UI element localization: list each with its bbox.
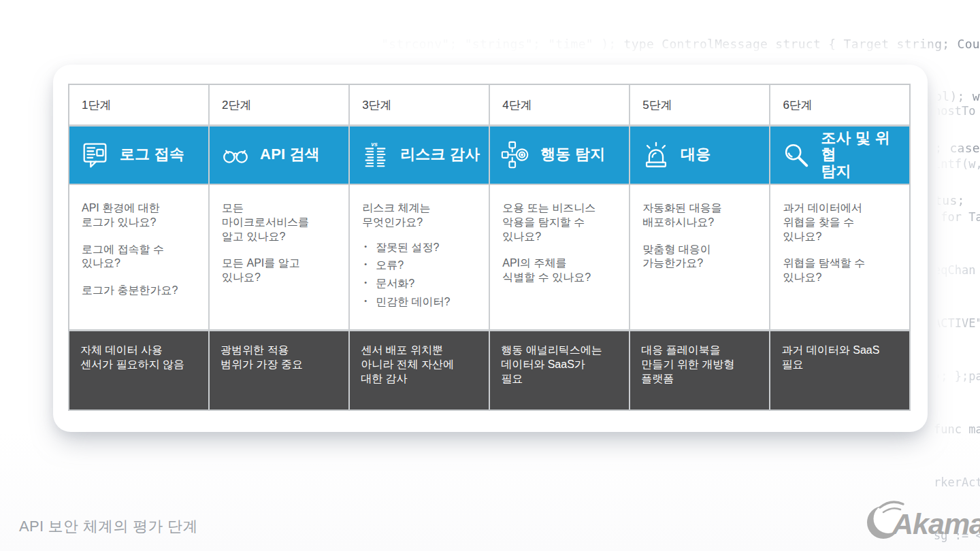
stage-label-3: 3단계 [350,85,489,124]
band-response: 대응 [630,127,769,184]
code-line: "strconv"; "strings"; "time" ); type Con… [0,35,980,53]
question: 위협을 탐색할 수 있나요? [783,256,901,285]
question: 자동화된 대응을 배포하시나요? [642,201,761,230]
band-investigation: 조사 및 위협 탐지 [770,127,909,184]
question: API 환경에 대한 로그가 있나요? [82,201,200,230]
body-response: 자동화된 대응을 배포하시나요? 맞춤형 대응이 가능한가요? [630,185,769,329]
band-risk-audit: vs 리스크 감사 [350,127,489,184]
question: 맞춤형 대응이 가능한가요? [642,243,761,271]
body-risk-audit: 리스크 체계는 무엇인가요? 잘못된 설정? 오류? 문서화? 민감한 데이터? [350,185,489,329]
band-behavior-detection: 행동 탐지 [490,127,629,184]
band-title: 조사 및 위협 탐지 [821,130,902,180]
bullet-item: 민감한 데이터? [362,295,480,310]
band-title: 대응 [681,146,710,163]
band-title: API 검색 [260,146,320,163]
bullet-item: 잘못된 설정? [362,241,480,255]
siren-icon [640,139,672,171]
question: 리스크 체계는 무엇인가요? [362,201,480,230]
magnifier-icon [781,139,812,171]
question: 과거 데이터에서 위협을 찾을 수 있나요? [783,201,901,244]
page-title: API 보안 체계의 평가 단계 [19,516,198,537]
body-log-access: API 환경에 대한 로그가 있나요? 로그에 접속할 수 있나요? 로그가 충… [69,185,208,329]
svg-text:vs: vs [371,140,378,147]
bullet-item: 오류? [362,258,480,273]
question: 오용 또는 비즈니스 악용을 탐지할 수 있나요? [502,201,621,244]
akamai-logo-mark: Akamai [865,496,980,545]
note-log-access: 자체 데이터 사용 센서가 필요하지 않음 [69,331,208,410]
background-code-right: hostTo intf(w, for Ta eqChan ACTIVE" ); … [934,67,980,551]
akamai-logo: Akamai [865,496,980,548]
note-response: 대응 플레이북을 만들기 위한 개방형 플랫폼 [630,331,769,410]
bullet-item: 문서화? [362,277,480,291]
infographic-canvas: "strconv"; "strings"; "time" ); type Con… [0,0,980,551]
behavior-network-icon [500,139,532,171]
band-title: 로그 접속 [120,146,184,163]
band-title: 행동 탐지 [540,146,605,163]
question: 로그에 접속할 수 있나요? [82,243,200,271]
question: 모든 API를 알고 있나요? [222,256,340,285]
stage-label-6: 6단계 [770,85,909,124]
band-log-access: 로그 접속 [69,127,208,184]
stage-label-2: 2단계 [210,85,348,124]
body-api-discovery: 모든 마이크로서비스를 알고 있나요? 모든 API를 알고 있나요? [210,185,348,329]
body-behavior-detection: 오용 또는 비즈니스 악용을 탐지할 수 있나요? API의 주체를 식별할 수… [490,185,629,329]
note-behavior-detection: 행동 애널리틱스에는 데이터와 SaaS가 필요 [490,331,629,410]
band-title: 리스크 감사 [400,146,480,163]
stage-matrix-table: 1단계 2단계 3단계 4단계 5단계 6단계 로그 접속 [68,84,911,411]
question: 모든 마이크로서비스를 알고 있나요? [222,201,340,244]
log-access-icon [80,139,111,171]
risk-bullet-list: 잘못된 설정? 오류? 문서화? 민감한 데이터? [362,241,480,310]
question: 로그가 충분한가요? [82,284,200,298]
note-investigation: 과거 데이터와 SaaS 필요 [770,331,909,410]
binoculars-icon [220,139,251,171]
band-api-discovery: API 검색 [210,127,348,184]
note-api-discovery: 광범위한 적용 범위가 가장 중요 [210,331,348,410]
stage-label-4: 4단계 [490,85,629,124]
assessment-card: 1단계 2단계 3단계 4단계 5단계 6단계 로그 접속 [53,65,928,432]
question: API의 주체를 식별할 수 있나요? [502,256,621,285]
stage-label-1: 1단계 [69,85,208,124]
stage-label-5: 5단계 [630,85,769,124]
body-investigation: 과거 데이터에서 위협을 찾을 수 있나요? 위협을 탐색할 수 있나요? [770,185,909,329]
note-risk-audit: 센서 배포 위치뿐 아니라 전체 자산에 대한 감사 [350,331,489,410]
risk-audit-vs-icon: vs [360,139,391,171]
akamai-wordmark: Akamai [892,507,980,540]
